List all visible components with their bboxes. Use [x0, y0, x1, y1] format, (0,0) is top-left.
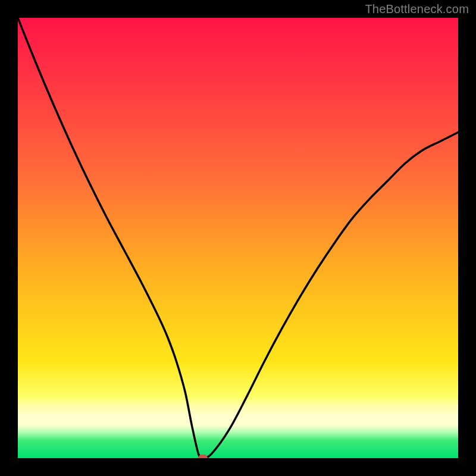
chart-frame: TheBottleneck.com [0, 0, 476, 476]
min-marker-icon [198, 455, 208, 458]
bottleneck-curve [18, 18, 458, 458]
watermark-text: TheBottleneck.com [365, 2, 469, 16]
plot-area [18, 18, 458, 458]
